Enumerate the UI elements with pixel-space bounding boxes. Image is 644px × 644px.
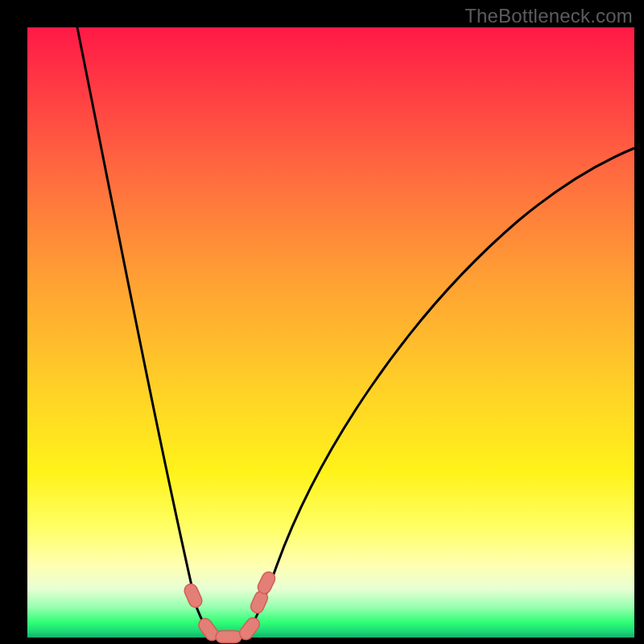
- svg-rect-2: [216, 631, 242, 643]
- chart-frame: TheBottleneck.com: [0, 0, 644, 644]
- chart-overlay: [27, 27, 634, 638]
- svg-rect-0: [183, 582, 204, 609]
- plot-area: [27, 27, 634, 638]
- marker-3: [216, 631, 242, 643]
- curve-markers: [183, 570, 278, 643]
- bottleneck-curve: [77, 27, 634, 636]
- marker-1: [183, 582, 204, 609]
- watermark-text: TheBottleneck.com: [464, 5, 633, 27]
